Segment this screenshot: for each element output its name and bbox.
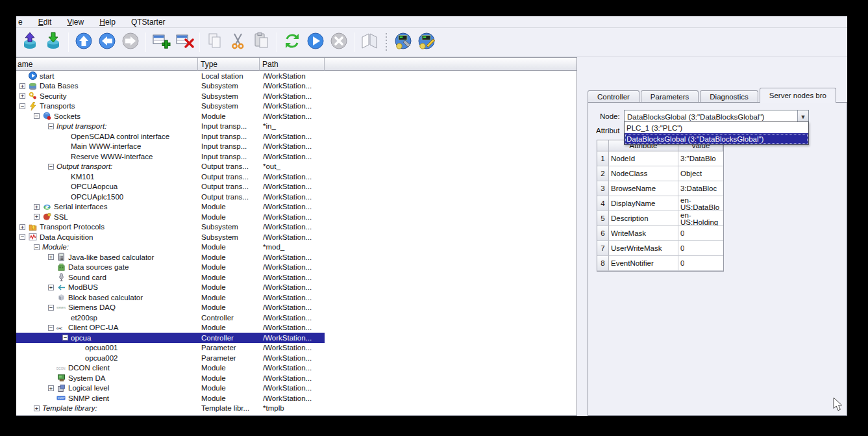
table-cell-attribute[interactable]: UserWriteMask — [609, 241, 678, 256]
tab-server-nodes-bro[interactable]: Server nodes bro — [760, 88, 836, 103]
collapse-icon[interactable]: − — [48, 325, 54, 331]
back-button[interactable] — [96, 31, 118, 53]
collapse-icon[interactable]: − — [19, 234, 25, 240]
tree-row-serial-interfaces[interactable]: +Serial interfacesModule/WorkStation... — [16, 202, 325, 212]
table-cell-attribute[interactable]: Description — [609, 211, 678, 226]
tree-row-data-bases[interactable]: +Data BasesSubsystem/WorkStation... — [16, 81, 325, 92]
collapse-icon[interactable]: − — [34, 244, 40, 250]
remove-item-button[interactable] — [173, 31, 195, 53]
expand-icon[interactable]: + — [48, 254, 54, 260]
collapse-icon[interactable]: − — [19, 103, 25, 109]
tree-row-et200sp[interactable]: et200spController/WorkStation... — [16, 313, 325, 323]
tab-parameters[interactable]: Parameters — [641, 90, 699, 103]
tree-row-opcua002[interactable]: opcua002Parameter/WorkStation... — [16, 353, 325, 363]
tab-controller[interactable]: Controller — [588, 90, 639, 103]
tree-header-path[interactable]: Path — [260, 58, 325, 71]
tree-row-transport-protocols[interactable]: +Transport ProtocolsSubsystem/WorkStatio… — [16, 222, 325, 233]
copy-button[interactable] — [204, 31, 226, 53]
runtime-config-button[interactable] — [415, 31, 438, 53]
table-cell-attribute[interactable]: NodeId — [609, 151, 678, 166]
tree-row-opcua001[interactable]: opcua001Parameter/WorkStation... — [16, 343, 325, 353]
tree-row-client-opc-ua[interactable]: −o▪cClient OPC-UAModule/WorkStation... — [16, 323, 325, 333]
menu-e[interactable]: e — [18, 18, 23, 27]
tree-row-modbus[interactable]: +ModBUSModule/WorkStation... — [16, 283, 325, 293]
paste-button[interactable] — [251, 31, 273, 53]
tree-row-data-sources-gate[interactable]: Data sources gateModule/WorkStation... — [16, 263, 325, 273]
expand-icon[interactable]: + — [34, 405, 40, 411]
tab-diagnostics[interactable]: Diagnostics — [700, 90, 758, 103]
table-cell-attribute[interactable]: DisplayName — [609, 196, 678, 211]
tree-row-logical-level[interactable]: +Logical levelModule/WorkStation... — [16, 383, 325, 394]
refresh-button[interactable] — [281, 31, 303, 53]
tree-row-snmp-client[interactable]: SNMPSNMP clientModule/WorkStation... — [16, 393, 325, 404]
menu-edit[interactable]: Edit — [38, 18, 52, 27]
tree-row-start[interactable]: startLocal station/WorkStation — [16, 71, 325, 81]
tree-row-block-based-calculator[interactable]: Block based calculatorModule/WorkStation… — [16, 292, 325, 303]
collapse-icon[interactable]: − — [34, 113, 40, 119]
tree-row-reserve-www-interface[interactable]: Reserve WWW-interfaceInput transp.../Wor… — [16, 151, 325, 162]
tree-row-main-www-interface[interactable]: Main WWW-interfaceInput transp.../WorkSt… — [16, 142, 325, 152]
table-cell-value[interactable]: Object — [678, 166, 723, 181]
tree-header-type[interactable]: Type — [198, 58, 260, 71]
table-cell-value[interactable]: 3:DataBloc — [678, 181, 723, 196]
table-cell-value[interactable]: en-US:Holding — [678, 211, 723, 226]
dev-config-button[interactable] — [392, 31, 414, 53]
station-tree[interactable]: ame Type Path startLocal station/WorkSta… — [16, 57, 577, 416]
table-cell-value[interactable]: 3:"DataBlo — [678, 151, 723, 166]
start-button[interactable] — [304, 31, 327, 53]
dropdown-item[interactable]: DataBlocksGlobal (3:"DataBlocksGlobal") — [625, 133, 808, 144]
tree-row-opcuaopcua[interactable]: OPCUAopcuaOutput trans.../WorkStation... — [16, 182, 325, 192]
expand-icon[interactable]: + — [34, 204, 40, 210]
tree-row-security[interactable]: +SecuritySubsystem/WorkStation... — [16, 91, 325, 101]
menu-view[interactable]: View — [67, 18, 84, 27]
menu-qtstarter[interactable]: QTStarter — [131, 18, 166, 27]
tree-row-ssl[interactable]: +SSLModule/WorkStation... — [16, 212, 325, 222]
tree-row-opcua[interactable]: −opcuaController/WorkStation... — [16, 333, 325, 343]
tree-row-openscada-control-interface[interactable]: OpenSCADA control interfaceInput transp.… — [16, 131, 325, 142]
add-item-button[interactable] — [150, 31, 172, 53]
up-button[interactable] — [73, 31, 95, 53]
expand-icon[interactable]: + — [19, 224, 25, 230]
table-cell-value[interactable]: 0 — [678, 241, 723, 256]
expand-icon[interactable]: + — [34, 214, 40, 220]
toolbar-drag-handle[interactable] — [385, 33, 388, 51]
tree-row-output-transport[interactable]: −Output transport:Output trans...*out_ — [16, 162, 325, 172]
table-cell-value[interactable]: en-US:DataBlo — [678, 196, 723, 211]
tree-row-sound-card[interactable]: Sound cardModule/WorkStation... — [16, 272, 325, 283]
collapse-icon[interactable]: − — [48, 164, 54, 170]
expand-icon[interactable]: + — [48, 385, 54, 391]
tree-row-km101[interactable]: KM101Output trans.../WorkStation... — [16, 172, 325, 182]
table-cell-value[interactable]: 0 — [678, 256, 723, 271]
expand-icon[interactable]: + — [19, 83, 25, 89]
tree-row-sockets[interactable]: −SocketsModule/WorkStation... — [16, 111, 325, 122]
table-cell-attribute[interactable]: BrowseName — [609, 181, 678, 196]
expand-icon[interactable]: + — [19, 93, 25, 99]
forward-button[interactable] — [119, 31, 142, 53]
tree-row-opcuaplc1500[interactable]: OPCUAplc1500Output trans.../WorkStation.… — [16, 192, 325, 202]
collapse-icon[interactable]: − — [62, 335, 68, 340]
table-cell-value[interactable]: 0 — [678, 226, 723, 241]
menu-help[interactable]: Help — [99, 18, 116, 27]
cut-button[interactable] — [227, 31, 249, 53]
tree-row-transports[interactable]: −TransportsSubsystem/WorkStation... — [16, 101, 325, 112]
tree-row-java-like-based-calculator[interactable]: +Java-like based calculatorModule/WorkSt… — [16, 252, 325, 263]
table-cell-attribute[interactable]: NodeClass — [609, 166, 678, 181]
tree-row-module[interactable]: −Module:Module*mod_ — [16, 242, 325, 253]
collapse-icon[interactable]: − — [48, 123, 54, 129]
table-cell-attribute[interactable]: EventNotifier — [609, 256, 678, 271]
save-to-db-button[interactable] — [42, 31, 64, 53]
table-cell-attribute[interactable]: WriteMask — [609, 226, 678, 241]
tree-row-template-library[interactable]: +Template library:Template libr...*tmplb — [16, 404, 325, 414]
tree-row-siemens-daq[interactable]: −SIEMENSSiemens DAQModule/WorkStation... — [16, 303, 325, 313]
collapse-icon[interactable]: − — [48, 305, 54, 311]
tree-row-dcon-client[interactable]: DCONDCON clientModule/WorkStation... — [16, 363, 325, 374]
load-from-db-button[interactable] — [19, 31, 41, 53]
dropdown-item[interactable]: PLC_1 (3:"PLC") — [625, 122, 808, 133]
stop-button[interactable] — [328, 31, 350, 53]
tree-row-data-acquisition[interactable]: −Data AcquisitionSubsystem/WorkStation..… — [16, 232, 325, 242]
expand-icon[interactable]: + — [48, 285, 54, 290]
tree-header-name[interactable]: ame — [16, 58, 198, 71]
tree-row-input-transport[interactable]: −Input transport:Input transp...*in_ — [16, 122, 325, 132]
tree-row-system-da[interactable]: System DAModule/WorkStation... — [16, 373, 325, 383]
manual-button[interactable] — [358, 31, 380, 53]
